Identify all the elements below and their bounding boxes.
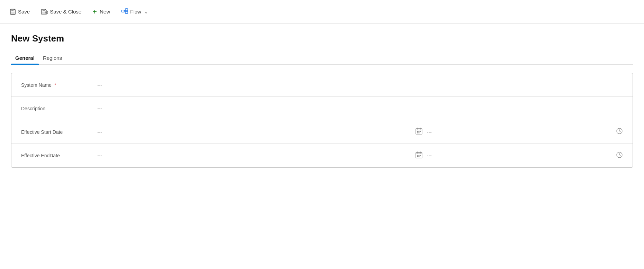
svg-rect-24 bbox=[420, 155, 421, 156]
form-row-system-name: System Name * --- bbox=[11, 73, 633, 97]
flow-icon bbox=[121, 8, 128, 16]
description-value[interactable]: --- bbox=[97, 106, 623, 111]
svg-rect-13 bbox=[125, 11, 128, 13]
effective-end-date-value[interactable]: --- bbox=[97, 153, 415, 158]
start-date-calendar-icon[interactable] bbox=[415, 127, 423, 137]
svg-rect-17 bbox=[420, 131, 421, 132]
svg-rect-19 bbox=[419, 132, 420, 133]
save-close-button[interactable]: Save & Close bbox=[37, 6, 86, 18]
start-date-clock-icon[interactable] bbox=[616, 128, 623, 136]
form-row-effective-start-date: Effective Start Date --- bbox=[11, 120, 633, 144]
new-icon: + bbox=[92, 8, 97, 16]
flow-button[interactable]: Flow ⌄ bbox=[117, 5, 152, 18]
svg-rect-16 bbox=[419, 131, 420, 132]
save-label: Save bbox=[18, 9, 30, 15]
save-icon bbox=[10, 9, 16, 15]
form-row-effective-end-date: Effective EndDate --- bbox=[11, 144, 633, 167]
svg-rect-25 bbox=[417, 156, 418, 157]
effective-end-date-section: --- bbox=[97, 151, 623, 160]
svg-rect-22 bbox=[417, 155, 418, 156]
end-date-clock-icon[interactable] bbox=[616, 151, 623, 160]
toolbar: Save Save & Close + New Flow ⌄ bbox=[0, 0, 644, 24]
page-content: New System General Regions System Name *… bbox=[0, 24, 644, 186]
effective-end-date-label: Effective EndDate bbox=[21, 153, 97, 158]
svg-rect-7 bbox=[11, 12, 15, 14]
page-title: New System bbox=[11, 33, 633, 44]
description-label: Description bbox=[21, 106, 97, 111]
system-name-label: System Name * bbox=[21, 82, 97, 88]
flow-label: Flow bbox=[130, 9, 141, 15]
end-date-calendar-icon[interactable] bbox=[415, 151, 423, 160]
save-close-icon bbox=[41, 9, 48, 15]
effective-start-date-label: Effective Start Date bbox=[21, 129, 97, 135]
effective-end-date-right: --- bbox=[415, 151, 623, 160]
svg-rect-11 bbox=[122, 10, 124, 12]
svg-rect-8 bbox=[43, 9, 45, 11]
tab-general[interactable]: General bbox=[11, 52, 39, 64]
svg-rect-6 bbox=[11, 9, 14, 11]
tab-regions[interactable]: Regions bbox=[39, 52, 66, 64]
system-name-value[interactable]: --- bbox=[97, 82, 623, 88]
save-button[interactable]: Save bbox=[6, 6, 34, 18]
tabs-container: General Regions bbox=[11, 52, 633, 65]
svg-rect-23 bbox=[419, 155, 420, 156]
svg-rect-12 bbox=[125, 9, 128, 11]
effective-end-time-value[interactable]: --- bbox=[427, 153, 612, 158]
svg-rect-9 bbox=[42, 12, 46, 14]
save-close-label: Save & Close bbox=[50, 9, 81, 15]
effective-start-date-right: --- bbox=[415, 127, 623, 137]
effective-start-date-value[interactable]: --- bbox=[97, 129, 415, 135]
required-star: * bbox=[54, 82, 56, 88]
new-label: New bbox=[100, 9, 110, 15]
effective-start-date-section: --- bbox=[97, 127, 623, 137]
svg-rect-18 bbox=[417, 132, 418, 133]
effective-start-time-value[interactable]: --- bbox=[427, 129, 612, 135]
svg-rect-15 bbox=[417, 131, 418, 132]
new-button[interactable]: + New bbox=[88, 5, 114, 18]
form-container: System Name * --- Description --- Effect… bbox=[11, 73, 633, 168]
flow-chevron-icon: ⌄ bbox=[144, 9, 148, 15]
svg-rect-26 bbox=[419, 156, 420, 157]
form-row-description: Description --- bbox=[11, 97, 633, 120]
